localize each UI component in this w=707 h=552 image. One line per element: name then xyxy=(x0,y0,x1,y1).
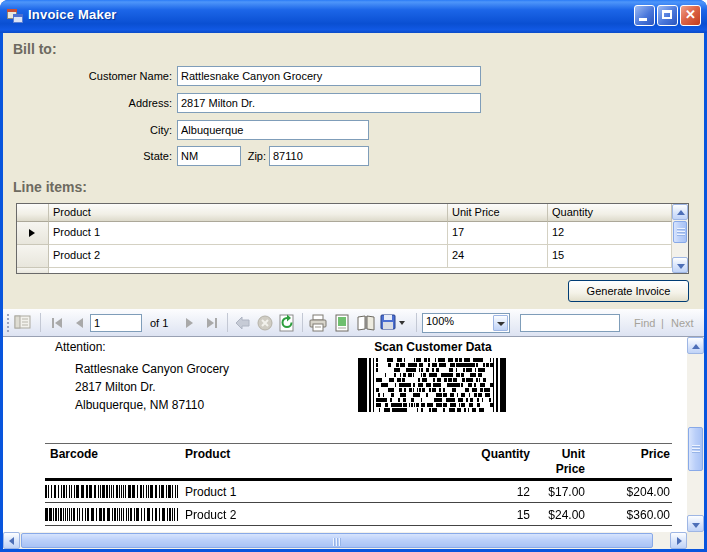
page-number-input[interactable] xyxy=(90,314,142,332)
grid-column-unit-price[interactable]: Unit Price xyxy=(448,204,548,222)
report-scroll-left-button[interactable] xyxy=(3,532,20,549)
col-header-product: Product xyxy=(185,447,230,461)
close-button[interactable]: ✕ xyxy=(680,5,701,26)
report-scroll-up-icon xyxy=(692,344,700,349)
grid-cell-quantity-1[interactable]: 12 xyxy=(548,222,672,245)
bill-to-heading: Bill to: xyxy=(13,41,57,57)
close-icon: ✕ xyxy=(681,7,700,22)
toolbar-separator-3 xyxy=(302,313,303,332)
invoice-maker-window: Invoice Maker ✕ Bill to: Customer Name: … xyxy=(0,0,707,552)
report-vscroll-grip-icon xyxy=(692,445,700,453)
scrollbar-corner xyxy=(687,532,704,549)
row1-price: $204.00 xyxy=(590,485,670,499)
report-vscroll-thumb[interactable] xyxy=(688,427,703,471)
document-map-button[interactable] xyxy=(12,312,34,334)
zoom-combobox[interactable]: 100% xyxy=(422,313,510,333)
grid-scroll-down-button[interactable] xyxy=(672,257,688,273)
table-header-rule xyxy=(45,478,672,481)
last-page-button[interactable] xyxy=(201,312,223,334)
scroll-down-icon xyxy=(677,264,685,269)
grid-scroll-thumb[interactable] xyxy=(673,221,687,243)
print-icon xyxy=(307,312,329,334)
toolbar-grip[interactable] xyxy=(7,314,9,332)
page-setup-button[interactable] xyxy=(355,312,377,334)
minimize-icon xyxy=(639,18,647,21)
grid-cell-product-2[interactable]: Product 2 xyxy=(49,245,448,268)
find-next-button[interactable]: Next xyxy=(671,317,694,329)
maximize-button[interactable] xyxy=(657,5,678,26)
report-scroll-down-button[interactable] xyxy=(687,515,704,532)
grid-row2-header[interactable] xyxy=(17,245,49,268)
zip-input[interactable] xyxy=(269,146,369,166)
city-label: City: xyxy=(22,124,172,136)
previous-page-button[interactable] xyxy=(69,312,91,334)
print-layout-icon xyxy=(331,312,353,334)
row2-rule xyxy=(45,525,672,526)
report-hscroll-grip-icon xyxy=(333,538,341,546)
back-icon xyxy=(232,312,254,334)
row1-barcode xyxy=(45,485,182,498)
titlebar[interactable]: Invoice Maker ✕ xyxy=(0,0,707,33)
report-address-line-1: Rattlesnake Canyon Grocery xyxy=(75,360,229,378)
save-dropdown-icon xyxy=(399,321,405,325)
client-area: Bill to: Customer Name: Address: City: S… xyxy=(3,33,704,549)
minimize-button[interactable] xyxy=(634,5,655,26)
col-header-barcode: Barcode xyxy=(50,447,98,461)
customer-name-input[interactable] xyxy=(177,66,481,86)
line-items-grid: Product Unit Price Quantity Product 1 17… xyxy=(16,203,689,274)
grid-vscrollbar[interactable] xyxy=(672,204,688,273)
grid-column-quantity[interactable]: Quantity xyxy=(548,204,672,222)
scan-customer-data-label: Scan Customer Data xyxy=(358,340,508,354)
document-map-icon xyxy=(12,312,34,334)
row1-product: Product 1 xyxy=(185,485,236,499)
zip-label: Zip: xyxy=(233,150,266,162)
grid-cell-unitprice-1[interactable]: 17 xyxy=(448,222,548,245)
report-hscrollbar[interactable] xyxy=(3,532,687,549)
generate-invoice-button[interactable]: Generate Invoice xyxy=(568,280,689,302)
report-hscroll-thumb[interactable] xyxy=(21,533,653,548)
zoom-value: 100% xyxy=(426,315,454,327)
grid-row1-header[interactable] xyxy=(17,222,49,245)
customer-name-label: Customer Name: xyxy=(22,70,172,82)
report-scroll-up-button[interactable] xyxy=(687,337,704,354)
grid-scroll-up-button[interactable] xyxy=(672,204,688,220)
row2-barcode xyxy=(45,508,182,521)
row2-unit-price: $24.00 xyxy=(510,508,585,522)
grid-cell-quantity-2[interactable]: 15 xyxy=(548,245,672,268)
export-save-button[interactable] xyxy=(379,312,411,334)
address-input[interactable] xyxy=(177,93,481,113)
first-page-button[interactable] xyxy=(47,312,69,334)
state-label: State: xyxy=(22,150,172,162)
grid-cell-unitprice-2[interactable]: 24 xyxy=(448,245,548,268)
report-address-line-3: Albuquerque, NM 87110 xyxy=(75,396,229,414)
report-vscrollbar[interactable] xyxy=(687,337,704,532)
report-scroll-right-button[interactable] xyxy=(670,532,687,549)
next-page-icon xyxy=(186,318,193,328)
print-layout-button[interactable] xyxy=(331,312,353,334)
report-address-line-2: 2817 Milton Dr. xyxy=(75,378,229,396)
export-save-icon xyxy=(379,312,397,334)
col-header-quantity: Quantity xyxy=(440,447,530,461)
grid-corner-header[interactable] xyxy=(17,204,49,222)
report-scroll-down-icon xyxy=(692,523,700,528)
row2-product: Product 2 xyxy=(185,508,236,522)
find-button[interactable]: Find xyxy=(634,317,655,329)
page-of-label: of 1 xyxy=(150,317,168,329)
refresh-icon xyxy=(276,312,298,334)
stop-button[interactable] xyxy=(254,312,276,334)
grid-cell-product-1[interactable]: Product 1 xyxy=(49,222,448,245)
stop-icon xyxy=(254,312,276,334)
print-button[interactable] xyxy=(307,312,329,334)
address-label: Address: xyxy=(22,97,172,109)
find-input[interactable] xyxy=(520,314,620,332)
city-input[interactable] xyxy=(177,120,369,140)
next-page-button[interactable] xyxy=(179,312,201,334)
state-input[interactable] xyxy=(177,146,241,166)
toolbar-separator-2 xyxy=(227,313,228,332)
refresh-button[interactable] xyxy=(276,312,298,334)
back-button[interactable] xyxy=(232,312,254,334)
find-next-separator: | xyxy=(661,317,664,329)
grid-column-product[interactable]: Product xyxy=(49,204,448,222)
zoom-dropdown-button[interactable] xyxy=(493,315,508,331)
report-toolbar: of 1 xyxy=(3,309,704,337)
